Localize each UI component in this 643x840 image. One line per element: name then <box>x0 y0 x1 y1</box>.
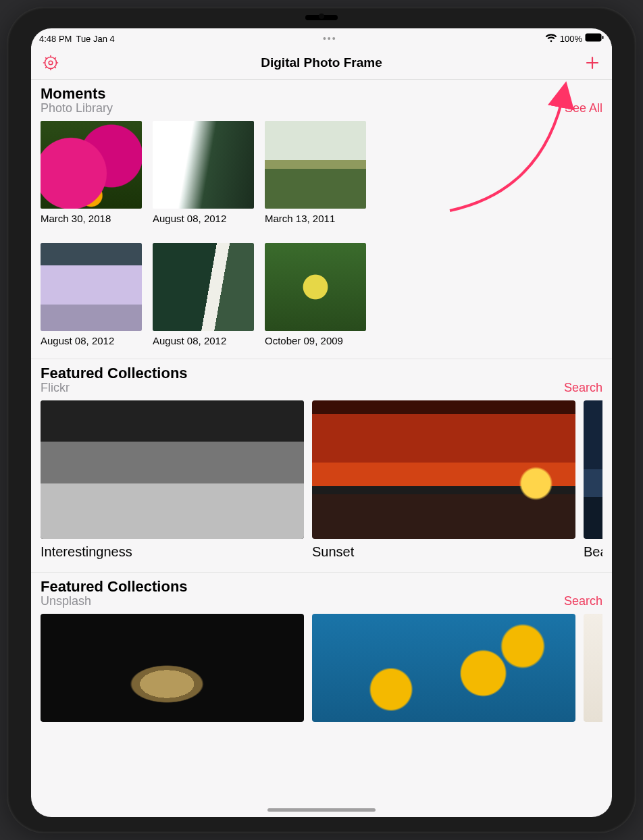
flickr-section: Featured Collections Flickr Search Inter… <box>31 359 612 573</box>
moment-thumbnail <box>41 243 142 331</box>
collection-caption: Sunset <box>312 544 575 560</box>
moment-caption: March 30, 2018 <box>41 213 142 224</box>
status-bar: 4:48 PM Tue Jan 4 ••• 100% <box>31 28 612 46</box>
moment-caption: August 08, 2012 <box>41 335 142 346</box>
device-camera <box>319 14 324 19</box>
moments-see-all-link[interactable]: See All <box>565 101 602 115</box>
moments-subtitle: Photo Library <box>41 101 113 115</box>
flickr-subtitle: Flickr <box>41 381 188 395</box>
content-scroll[interactable]: Moments Photo Library See All March 30, … <box>31 80 612 817</box>
collection-thumbnail <box>41 614 304 722</box>
svg-rect-1 <box>602 36 603 39</box>
unsplash-section: Featured Collections Unsplash Search <box>31 573 612 734</box>
collection-thumbnail <box>584 614 602 722</box>
moment-thumbnail <box>41 121 142 209</box>
gear-icon <box>43 55 59 71</box>
unsplash-title: Featured Collections <box>41 578 188 596</box>
collection-card[interactable]: Sunset <box>312 400 575 560</box>
status-date: Tue Jan 4 <box>76 34 114 44</box>
flickr-collections-row[interactable]: Interestingness Sunset Beac <box>41 400 602 560</box>
battery-text: 100% <box>560 34 582 44</box>
unsplash-collections-row[interactable] <box>41 614 602 722</box>
moment-card[interactable]: August 08, 2012 <box>153 243 254 346</box>
battery-icon <box>585 33 604 44</box>
moment-card[interactable]: August 08, 2012 <box>41 243 142 346</box>
moments-section: Moments Photo Library See All March 30, … <box>31 80 612 359</box>
status-time: 4:48 PM <box>39 34 72 44</box>
moment-caption: August 08, 2012 <box>153 213 254 224</box>
collection-card[interactable] <box>584 614 602 722</box>
collection-card[interactable]: Interestingness <box>41 400 304 560</box>
collection-card[interactable] <box>312 614 575 722</box>
unsplash-subtitle: Unsplash <box>41 594 188 608</box>
moment-thumbnail <box>265 243 366 331</box>
settings-button[interactable] <box>41 53 61 73</box>
moments-grid: March 30, 2018 August 08, 2012 March 13,… <box>41 121 602 346</box>
moment-caption: March 13, 2011 <box>265 213 366 224</box>
moment-thumbnail <box>153 121 254 209</box>
moment-thumbnail <box>265 121 366 209</box>
flickr-search-link[interactable]: Search <box>564 381 602 395</box>
home-indicator[interactable] <box>267 808 376 812</box>
svg-rect-0 <box>585 34 601 42</box>
svg-point-3 <box>49 61 53 65</box>
collection-thumbnail <box>41 400 304 539</box>
screen: 4:48 PM Tue Jan 4 ••• 100% <box>31 28 612 817</box>
moment-card[interactable]: August 08, 2012 <box>153 121 254 224</box>
unsplash-search-link[interactable]: Search <box>564 594 602 608</box>
svg-line-9 <box>55 67 55 68</box>
add-button[interactable] <box>582 53 602 73</box>
status-indicator-dots: ••• <box>323 33 337 44</box>
collection-thumbnail <box>584 400 602 539</box>
device-frame: 4:48 PM Tue Jan 4 ••• 100% <box>7 7 636 833</box>
nav-title: Digital Photo Frame <box>261 55 382 70</box>
svg-line-8 <box>46 57 47 58</box>
wifi-icon <box>545 34 557 43</box>
nav-bar: Digital Photo Frame <box>31 46 612 80</box>
moment-caption: August 08, 2012 <box>153 335 254 346</box>
collection-card[interactable] <box>41 614 304 722</box>
collection-card[interactable]: Beac <box>584 400 602 560</box>
svg-line-11 <box>55 57 55 58</box>
moment-card[interactable]: October 09, 2009 <box>265 243 366 346</box>
plus-icon <box>584 55 600 71</box>
collection-thumbnail <box>312 614 575 722</box>
collection-caption: Interestingness <box>41 544 304 560</box>
flickr-title: Featured Collections <box>41 365 188 382</box>
moment-caption: October 09, 2009 <box>265 335 366 346</box>
moment-thumbnail <box>153 243 254 331</box>
moment-card[interactable]: March 30, 2018 <box>41 121 142 224</box>
moments-title: Moments <box>41 85 113 103</box>
collection-thumbnail <box>312 400 575 539</box>
collection-caption: Beac <box>584 544 602 560</box>
svg-line-10 <box>46 67 47 68</box>
moment-card[interactable]: March 13, 2011 <box>265 121 366 224</box>
